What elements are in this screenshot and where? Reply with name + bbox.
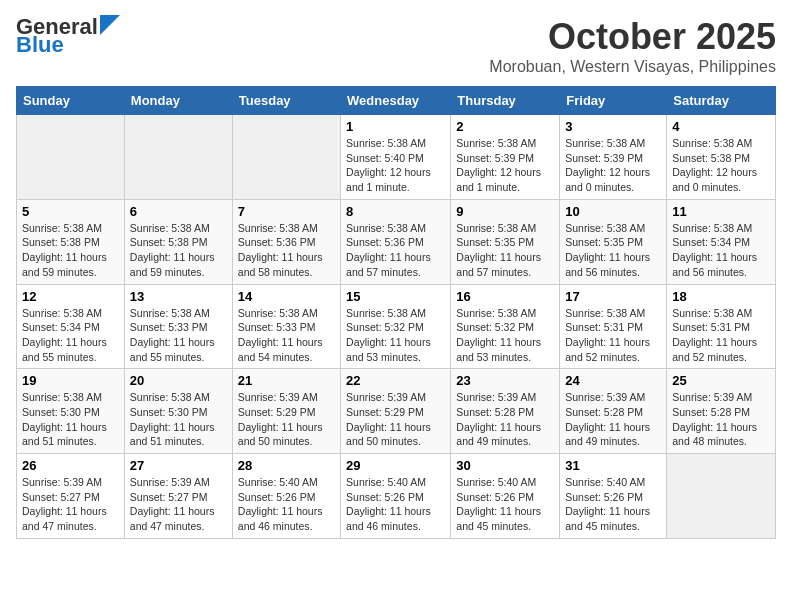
day-info: Sunrise: 5:38 AMSunset: 5:34 PMDaylight:… bbox=[672, 221, 770, 280]
day-number: 4 bbox=[672, 119, 770, 134]
header-cell-sunday: Sunday bbox=[17, 87, 125, 115]
calendar-cell: 26Sunrise: 5:39 AMSunset: 5:27 PMDayligh… bbox=[17, 454, 125, 539]
calendar-cell: 20Sunrise: 5:38 AMSunset: 5:30 PMDayligh… bbox=[124, 369, 232, 454]
day-number: 25 bbox=[672, 373, 770, 388]
day-number: 11 bbox=[672, 204, 770, 219]
day-number: 3 bbox=[565, 119, 661, 134]
header-cell-saturday: Saturday bbox=[667, 87, 776, 115]
day-number: 26 bbox=[22, 458, 119, 473]
day-number: 5 bbox=[22, 204, 119, 219]
day-info: Sunrise: 5:39 AMSunset: 5:27 PMDaylight:… bbox=[130, 475, 227, 534]
day-number: 29 bbox=[346, 458, 445, 473]
calendar-cell bbox=[667, 454, 776, 539]
calendar-cell: 17Sunrise: 5:38 AMSunset: 5:31 PMDayligh… bbox=[560, 284, 667, 369]
day-number: 24 bbox=[565, 373, 661, 388]
calendar-cell: 29Sunrise: 5:40 AMSunset: 5:26 PMDayligh… bbox=[341, 454, 451, 539]
day-info: Sunrise: 5:38 AMSunset: 5:31 PMDaylight:… bbox=[672, 306, 770, 365]
day-number: 18 bbox=[672, 289, 770, 304]
calendar-week-3: 12Sunrise: 5:38 AMSunset: 5:34 PMDayligh… bbox=[17, 284, 776, 369]
header-cell-wednesday: Wednesday bbox=[341, 87, 451, 115]
calendar-week-1: 1Sunrise: 5:38 AMSunset: 5:40 PMDaylight… bbox=[17, 115, 776, 200]
calendar-week-5: 26Sunrise: 5:39 AMSunset: 5:27 PMDayligh… bbox=[17, 454, 776, 539]
calendar-cell: 22Sunrise: 5:39 AMSunset: 5:29 PMDayligh… bbox=[341, 369, 451, 454]
day-info: Sunrise: 5:40 AMSunset: 5:26 PMDaylight:… bbox=[346, 475, 445, 534]
calendar-cell: 7Sunrise: 5:38 AMSunset: 5:36 PMDaylight… bbox=[232, 199, 340, 284]
day-info: Sunrise: 5:38 AMSunset: 5:38 PMDaylight:… bbox=[672, 136, 770, 195]
calendar-cell: 1Sunrise: 5:38 AMSunset: 5:40 PMDaylight… bbox=[341, 115, 451, 200]
calendar-cell: 2Sunrise: 5:38 AMSunset: 5:39 PMDaylight… bbox=[451, 115, 560, 200]
month-title: October 2025 bbox=[489, 16, 776, 58]
day-info: Sunrise: 5:38 AMSunset: 5:30 PMDaylight:… bbox=[130, 390, 227, 449]
day-number: 20 bbox=[130, 373, 227, 388]
day-info: Sunrise: 5:39 AMSunset: 5:28 PMDaylight:… bbox=[456, 390, 554, 449]
title-block: October 2025 Morobuan, Western Visayas, … bbox=[489, 16, 776, 76]
day-number: 23 bbox=[456, 373, 554, 388]
day-number: 10 bbox=[565, 204, 661, 219]
calendar-cell: 8Sunrise: 5:38 AMSunset: 5:36 PMDaylight… bbox=[341, 199, 451, 284]
calendar-cell: 23Sunrise: 5:39 AMSunset: 5:28 PMDayligh… bbox=[451, 369, 560, 454]
day-info: Sunrise: 5:39 AMSunset: 5:29 PMDaylight:… bbox=[238, 390, 335, 449]
calendar-cell: 25Sunrise: 5:39 AMSunset: 5:28 PMDayligh… bbox=[667, 369, 776, 454]
logo-blue: Blue bbox=[16, 34, 64, 56]
day-number: 21 bbox=[238, 373, 335, 388]
day-number: 27 bbox=[130, 458, 227, 473]
calendar-table: SundayMondayTuesdayWednesdayThursdayFrid… bbox=[16, 86, 776, 539]
calendar-cell: 13Sunrise: 5:38 AMSunset: 5:33 PMDayligh… bbox=[124, 284, 232, 369]
day-info: Sunrise: 5:38 AMSunset: 5:30 PMDaylight:… bbox=[22, 390, 119, 449]
day-info: Sunrise: 5:38 AMSunset: 5:32 PMDaylight:… bbox=[346, 306, 445, 365]
header-cell-thursday: Thursday bbox=[451, 87, 560, 115]
day-info: Sunrise: 5:38 AMSunset: 5:36 PMDaylight:… bbox=[238, 221, 335, 280]
day-number: 6 bbox=[130, 204, 227, 219]
calendar-cell: 19Sunrise: 5:38 AMSunset: 5:30 PMDayligh… bbox=[17, 369, 125, 454]
day-number: 8 bbox=[346, 204, 445, 219]
day-info: Sunrise: 5:38 AMSunset: 5:38 PMDaylight:… bbox=[130, 221, 227, 280]
day-info: Sunrise: 5:38 AMSunset: 5:35 PMDaylight:… bbox=[565, 221, 661, 280]
svg-marker-0 bbox=[100, 15, 120, 35]
day-info: Sunrise: 5:38 AMSunset: 5:33 PMDaylight:… bbox=[130, 306, 227, 365]
day-number: 7 bbox=[238, 204, 335, 219]
day-info: Sunrise: 5:38 AMSunset: 5:33 PMDaylight:… bbox=[238, 306, 335, 365]
day-info: Sunrise: 5:40 AMSunset: 5:26 PMDaylight:… bbox=[565, 475, 661, 534]
header-cell-monday: Monday bbox=[124, 87, 232, 115]
calendar-cell: 31Sunrise: 5:40 AMSunset: 5:26 PMDayligh… bbox=[560, 454, 667, 539]
logo: General Blue bbox=[16, 16, 120, 56]
calendar-cell: 21Sunrise: 5:39 AMSunset: 5:29 PMDayligh… bbox=[232, 369, 340, 454]
day-number: 1 bbox=[346, 119, 445, 134]
day-info: Sunrise: 5:38 AMSunset: 5:36 PMDaylight:… bbox=[346, 221, 445, 280]
calendar-cell bbox=[124, 115, 232, 200]
header-cell-tuesday: Tuesday bbox=[232, 87, 340, 115]
calendar-cell: 10Sunrise: 5:38 AMSunset: 5:35 PMDayligh… bbox=[560, 199, 667, 284]
day-number: 9 bbox=[456, 204, 554, 219]
day-number: 15 bbox=[346, 289, 445, 304]
day-number: 22 bbox=[346, 373, 445, 388]
calendar-header-row: SundayMondayTuesdayWednesdayThursdayFrid… bbox=[17, 87, 776, 115]
calendar-cell: 12Sunrise: 5:38 AMSunset: 5:34 PMDayligh… bbox=[17, 284, 125, 369]
day-info: Sunrise: 5:38 AMSunset: 5:35 PMDaylight:… bbox=[456, 221, 554, 280]
day-info: Sunrise: 5:38 AMSunset: 5:34 PMDaylight:… bbox=[22, 306, 119, 365]
calendar-cell: 3Sunrise: 5:38 AMSunset: 5:39 PMDaylight… bbox=[560, 115, 667, 200]
day-number: 13 bbox=[130, 289, 227, 304]
day-info: Sunrise: 5:40 AMSunset: 5:26 PMDaylight:… bbox=[238, 475, 335, 534]
day-number: 31 bbox=[565, 458, 661, 473]
day-info: Sunrise: 5:39 AMSunset: 5:27 PMDaylight:… bbox=[22, 475, 119, 534]
calendar-cell: 5Sunrise: 5:38 AMSunset: 5:38 PMDaylight… bbox=[17, 199, 125, 284]
calendar-cell: 6Sunrise: 5:38 AMSunset: 5:38 PMDaylight… bbox=[124, 199, 232, 284]
calendar-week-2: 5Sunrise: 5:38 AMSunset: 5:38 PMDaylight… bbox=[17, 199, 776, 284]
calendar-cell: 18Sunrise: 5:38 AMSunset: 5:31 PMDayligh… bbox=[667, 284, 776, 369]
day-info: Sunrise: 5:39 AMSunset: 5:28 PMDaylight:… bbox=[672, 390, 770, 449]
calendar-cell: 15Sunrise: 5:38 AMSunset: 5:32 PMDayligh… bbox=[341, 284, 451, 369]
day-info: Sunrise: 5:39 AMSunset: 5:29 PMDaylight:… bbox=[346, 390, 445, 449]
calendar-cell: 11Sunrise: 5:38 AMSunset: 5:34 PMDayligh… bbox=[667, 199, 776, 284]
calendar-cell: 4Sunrise: 5:38 AMSunset: 5:38 PMDaylight… bbox=[667, 115, 776, 200]
day-info: Sunrise: 5:40 AMSunset: 5:26 PMDaylight:… bbox=[456, 475, 554, 534]
day-info: Sunrise: 5:38 AMSunset: 5:39 PMDaylight:… bbox=[565, 136, 661, 195]
header-cell-friday: Friday bbox=[560, 87, 667, 115]
day-info: Sunrise: 5:38 AMSunset: 5:31 PMDaylight:… bbox=[565, 306, 661, 365]
day-number: 2 bbox=[456, 119, 554, 134]
day-info: Sunrise: 5:38 AMSunset: 5:40 PMDaylight:… bbox=[346, 136, 445, 195]
page-header: General Blue October 2025 Morobuan, West… bbox=[16, 16, 776, 76]
day-info: Sunrise: 5:39 AMSunset: 5:28 PMDaylight:… bbox=[565, 390, 661, 449]
day-number: 30 bbox=[456, 458, 554, 473]
calendar-body: 1Sunrise: 5:38 AMSunset: 5:40 PMDaylight… bbox=[17, 115, 776, 539]
calendar-week-4: 19Sunrise: 5:38 AMSunset: 5:30 PMDayligh… bbox=[17, 369, 776, 454]
